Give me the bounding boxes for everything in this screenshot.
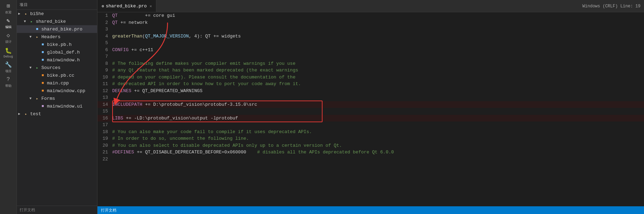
tree-arrow: ▼ bbox=[29, 97, 34, 101]
editor-status-right: Windows (CRLF) Line: 19 bbox=[582, 0, 640, 12]
code-line: 1QT += core gui bbox=[97, 12, 644, 19]
bottom-label: 打开文档 bbox=[101, 208, 116, 213]
line-number: 8 bbox=[97, 60, 112, 67]
token: QT bbox=[112, 20, 118, 25]
tree-item-Sources[interactable]: ▼▸Sources bbox=[17, 64, 97, 71]
tree-item-label: shared_bike.pro bbox=[41, 27, 82, 32]
activity-icon-project[interactable]: 🔧 项目 bbox=[1, 60, 15, 74]
code-line: 18# You can also make your code fail to … bbox=[97, 129, 644, 136]
code-line: 5 bbox=[97, 40, 644, 47]
edit-icon: ✎ bbox=[5, 17, 12, 25]
activity-label-project: 项目 bbox=[5, 69, 12, 74]
line-number: 15 bbox=[97, 108, 112, 115]
line-content: # depend on your compiler). Please consu… bbox=[112, 74, 644, 81]
line-number: 5 bbox=[97, 40, 112, 47]
line-content: DEFINES += QT_DEPRECATED_WARNINGS bbox=[112, 88, 644, 95]
tree-item-main_cpp[interactable]: ■main.cpp bbox=[17, 79, 97, 87]
tree-item-Forms[interactable]: ▼▸Forms bbox=[17, 95, 97, 102]
tab-close-button[interactable]: ✕ bbox=[150, 4, 152, 8]
tree-item-test[interactable]: ▶▸test bbox=[17, 110, 97, 118]
code-editor[interactable]: 1QT += core gui2QT += network3 4greaterT… bbox=[97, 12, 644, 163]
tree-item-label: bike.pb.h bbox=[47, 42, 72, 47]
tree-item-label: bike.pb.cc bbox=[47, 73, 74, 78]
tree-item-mainwindow_h[interactable]: ■mainwindow.h bbox=[17, 56, 97, 64]
h-icon: ■ bbox=[40, 57, 46, 63]
tree-item-biShe[interactable]: ▶▸biShe bbox=[17, 10, 97, 18]
activity-icon-edit[interactable]: ✎ 编辑 bbox=[1, 16, 15, 30]
line-number: 3 bbox=[97, 26, 112, 33]
line-content: INCLUDEPATH += D:\protobuf_vision\protob… bbox=[112, 101, 644, 108]
line-content: # The following define makes your compil… bbox=[112, 60, 644, 67]
line-content: # any Qt feature that has been marked de… bbox=[112, 67, 644, 74]
tree-item-global_def_h[interactable]: ■global_def.h bbox=[17, 48, 97, 56]
tree-item-bike_pb_cc[interactable]: ■bike.pb.cc bbox=[17, 71, 97, 79]
code-line: 19# In order to do so, uncomment the fol… bbox=[97, 135, 644, 142]
line-number: 16 bbox=[97, 115, 112, 122]
cpp-icon: ■ bbox=[40, 88, 46, 94]
sidebar-header: 项目 bbox=[17, 0, 97, 10]
tree-arrow: ▶ bbox=[18, 112, 23, 116]
tree-item-mainwindow_cpp[interactable]: ■mainwindow.cpp bbox=[17, 87, 97, 95]
token: # deprecated API in order to know how to… bbox=[112, 81, 301, 87]
code-line: 22 bbox=[97, 156, 644, 163]
folder-icon: ▸ bbox=[34, 96, 40, 101]
line-content: # In order to do so, uncomment the follo… bbox=[112, 135, 644, 142]
tab-shared-bike-pro[interactable]: ⚙ shared_bike.pro ✕ bbox=[97, 0, 156, 12]
token: += -LD:\protobuf_vision\output -lprotobu… bbox=[123, 116, 238, 121]
tree-item-shared_bike_pro[interactable]: ■shared_bike.pro bbox=[17, 25, 97, 33]
line-number: 14 bbox=[97, 101, 112, 108]
activity-icon-help[interactable]: ? 帮助 bbox=[1, 75, 15, 89]
line-number: 17 bbox=[97, 122, 112, 129]
tree-item-label: Headers bbox=[41, 34, 61, 40]
code-line: 4greaterThan(QT_MAJOR_VERSION, 4): QT +=… bbox=[97, 33, 644, 40]
activity-icon-design[interactable]: ◇ 设计 bbox=[1, 31, 15, 45]
line-content bbox=[112, 94, 644, 101]
token: # disables all the APIs deprecated befor… bbox=[257, 150, 394, 155]
tree-item-label: biShe bbox=[30, 11, 44, 16]
code-lines: 1QT += core gui2QT += network3 4greaterT… bbox=[97, 12, 644, 163]
line-number: 10 bbox=[97, 74, 112, 81]
help-icon: ? bbox=[5, 76, 12, 83]
line-content: CONFIG += c++11 bbox=[112, 47, 644, 54]
activity-label-help: 帮助 bbox=[5, 84, 12, 88]
token: # depend on your compiler). Please consu… bbox=[112, 75, 296, 80]
cpp-icon: ■ bbox=[40, 73, 46, 78]
line-number: 11 bbox=[97, 81, 112, 88]
line-content: #DEFINES += QT_DISABLE_DEPRECATED_BEFORE… bbox=[112, 149, 644, 156]
activity-icon-debug[interactable]: 🐛 Debug bbox=[1, 46, 15, 60]
line-number: 18 bbox=[97, 129, 112, 136]
code-line: 3 bbox=[97, 26, 644, 33]
tab-label: shared_bike.pro bbox=[106, 4, 147, 9]
tree-item-bike_pb_h[interactable]: ■bike.pb.h bbox=[17, 41, 97, 48]
project-icon: 🔧 bbox=[5, 61, 12, 69]
line-content bbox=[112, 53, 644, 60]
pro-file-icon: ⚙ bbox=[102, 4, 104, 8]
activity-label-design: 设计 bbox=[5, 40, 12, 44]
line-content bbox=[112, 108, 644, 115]
tree-item-label: global_def.h bbox=[47, 50, 80, 55]
tree-item-mainwindow_ui[interactable]: ■mainwindow.ui bbox=[17, 102, 97, 110]
line-number: 1 bbox=[97, 12, 112, 19]
code-line: 8# The following define makes your compi… bbox=[97, 60, 644, 67]
line-number: 22 bbox=[97, 156, 112, 163]
editor-container: ⚙ shared_bike.pro ✕ Windows (CRLF) Line:… bbox=[97, 0, 644, 214]
tree-arrow: ▼ bbox=[29, 66, 34, 70]
tree-item-shared_bike[interactable]: ▼▸shared_bike bbox=[17, 18, 97, 25]
folder-src-icon: ▸ bbox=[34, 65, 40, 70]
sidebar-bottom[interactable]: 打开文档 bbox=[17, 206, 97, 214]
token: += QT_DISABLE_DEPRECATED_BEFORE=0x060000 bbox=[134, 150, 257, 155]
line-content bbox=[112, 26, 644, 33]
code-line: 16LIBS += -LD:\protobuf_vision\output -l… bbox=[97, 115, 644, 122]
tree-item-Headers[interactable]: ▼▸Headers bbox=[17, 33, 97, 41]
tree-arrow: ▶ bbox=[18, 12, 23, 16]
token: ( bbox=[142, 34, 145, 39]
line-number: 6 bbox=[97, 47, 112, 54]
tree-item-label: Forms bbox=[41, 96, 55, 101]
tree-item-label: test bbox=[30, 111, 41, 117]
activity-icon-welcome[interactable]: ⊞ 欢迎 bbox=[1, 1, 15, 15]
tree-item-label: mainwindow.ui bbox=[47, 104, 82, 109]
token: LIBS bbox=[112, 116, 123, 121]
line-content: QT += network bbox=[112, 19, 644, 26]
tree-item-label: main.cpp bbox=[47, 81, 69, 86]
code-line: 12DEFINES += QT_DEPRECATED_WARNINGS bbox=[97, 88, 644, 95]
